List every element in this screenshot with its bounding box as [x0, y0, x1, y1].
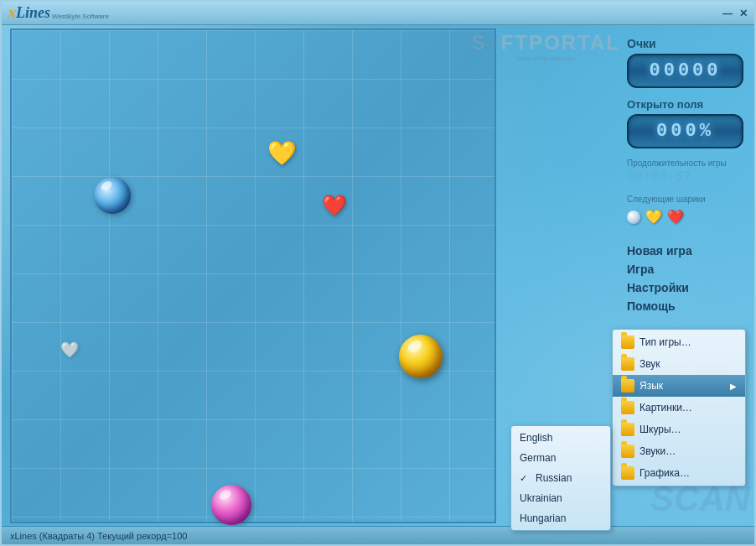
softportal-logo: S∙∙FTPORTAL www.softportal.com — [471, 31, 620, 62]
ball-red-heart[interactable]: ❤️ — [322, 194, 347, 217]
lang-ukrainian[interactable]: Ukrainian — [511, 488, 610, 508]
dropdown-item-pictures-label: Картинки… — [639, 402, 692, 413]
folder-icon-sounds — [621, 445, 634, 458]
duration-label: Продолжительность игры — [627, 159, 743, 168]
dropdown-item-skins-label: Шкуры… — [639, 424, 681, 435]
ball-gold-large[interactable] — [399, 335, 443, 378]
dropdown-item-sound[interactable]: Звук — [613, 353, 745, 375]
lang-english-label: English — [520, 432, 552, 444]
dropdown-item-language[interactable]: Язык ▶ English German Russian Ukrainian — [613, 375, 745, 397]
game-window: xLines WestByte Software — ✕ S∙∙FTPORTAL… — [0, 0, 756, 546]
lang-russian-label: Russian — [536, 472, 572, 484]
grid-overlay — [12, 30, 495, 522]
dropdown-item-sound-label: Звук — [639, 358, 660, 370]
dropdown-item-gametype-label: Тип игры… — [639, 336, 691, 348]
lang-ukrainian-label: Ukrainian — [520, 492, 562, 504]
lang-russian[interactable]: Russian — [511, 468, 610, 488]
field-label: Открыто поля — [627, 98, 743, 111]
next-balls-container: 💛 ❤️ — [627, 209, 743, 225]
score-display: 00000 — [627, 54, 743, 88]
lang-hungarian-label: Hungarian — [520, 512, 566, 524]
next-ball-1 — [627, 211, 640, 224]
dropdown-item-sounds-label: Звуки… — [639, 445, 676, 457]
status-text: xLines (Квадраты 4) Текущий рекорд=100 — [10, 531, 187, 541]
dropdown-item-graphics[interactable]: Графика… — [613, 462, 745, 484]
menu-help[interactable]: Помощь — [627, 297, 743, 315]
next-ball-3: ❤️ — [667, 209, 684, 225]
folder-icon-pictures — [621, 401, 634, 414]
next-ball-2: 💛 — [645, 209, 662, 225]
window-controls: — ✕ — [722, 8, 748, 19]
field-display: 000% — [627, 114, 743, 148]
submenu-arrow: ▶ — [730, 382, 737, 391]
folder-icon-sound — [621, 357, 634, 371]
duration-value: 00:00:57 — [627, 169, 743, 185]
app-logo: xLines — [8, 4, 50, 22]
field-value: 000% — [656, 121, 714, 142]
lang-german-label: German — [520, 452, 556, 464]
lang-german[interactable]: German — [511, 448, 610, 468]
game-board[interactable]: 💛 ❤️ 🤍 — [10, 29, 496, 523]
folder-icon-language — [621, 379, 634, 393]
folder-icon-skins — [621, 423, 634, 436]
settings-dropdown: Тип игры… Звук Язык ▶ English Ge — [612, 329, 746, 486]
dropdown-item-language-label: Язык — [639, 380, 663, 392]
dropdown-item-skins[interactable]: Шкуры… — [613, 419, 745, 440]
dropdown-menu: Тип игры… Звук Язык ▶ English Ge — [612, 329, 746, 486]
status-bar: xLines (Квадраты 4) Текущий рекорд=100 — [2, 526, 754, 544]
ball-pink[interactable] — [211, 485, 251, 525]
menu-settings[interactable]: Настройки — [627, 278, 743, 297]
menu-game[interactable]: Игра — [627, 260, 743, 278]
folder-icon — [621, 335, 634, 349]
dropdown-item-gametype[interactable]: Тип игры… — [613, 331, 745, 353]
app-subtitle: WestByte Software — [52, 13, 109, 20]
language-submenu: English German Russian Ukrainian Hungari… — [510, 425, 611, 531]
minimize-button[interactable]: — — [722, 8, 733, 19]
ball-blue[interactable] — [94, 177, 131, 214]
ball-gold-heart[interactable]: 💛 — [267, 139, 297, 167]
ball-white-heart[interactable]: 🤍 — [60, 341, 79, 359]
dropdown-item-pictures[interactable]: Картинки… — [613, 397, 745, 419]
dropdown-item-sounds[interactable]: Звуки… — [613, 440, 745, 462]
score-label: Очки — [627, 37, 743, 50]
close-button[interactable]: ✕ — [739, 8, 748, 19]
lang-english[interactable]: English — [511, 428, 610, 448]
title-bar: xLines WestByte Software — ✕ — [2, 2, 754, 25]
softportal-url: www.softportal.com — [471, 55, 620, 62]
next-balls-label: Следующие шарики — [627, 195, 743, 204]
softportal-text: S∙∙FTPORTAL — [471, 31, 620, 55]
lang-hungarian[interactable]: Hungarian — [511, 508, 610, 528]
menu-items: Новая игра Игра Настройки Помощь — [627, 242, 743, 315]
score-value: 00000 — [649, 60, 721, 81]
folder-icon-graphics — [621, 466, 634, 480]
menu-new-game[interactable]: Новая игра — [627, 242, 743, 260]
dropdown-item-graphics-label: Графика… — [639, 467, 690, 479]
